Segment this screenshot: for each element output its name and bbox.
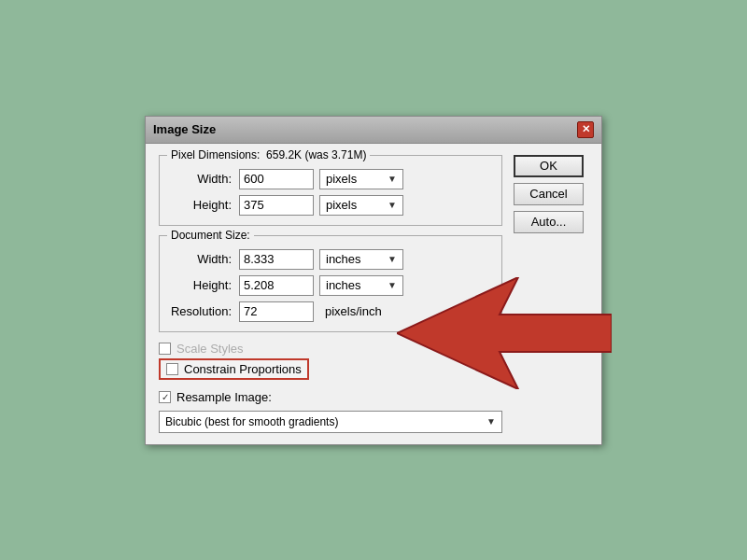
resolution-row: Resolution: pixels/inch bbox=[169, 301, 492, 322]
resample-image-label: Resample Image: bbox=[176, 390, 272, 404]
dropdown-arrow-icon: ▼ bbox=[388, 200, 397, 210]
scale-styles-label: Scale Styles bbox=[176, 342, 244, 356]
pixel-height-row: Height: pixels ▼ bbox=[169, 195, 492, 216]
ok-button[interactable]: OK bbox=[514, 155, 584, 177]
title-bar: Image Size ✕ bbox=[146, 117, 601, 144]
dialog-left-column: Pixel Dimensions: 659.2K (was 3.71M) Wid… bbox=[159, 155, 502, 433]
dropdown-arrow-icon: ▼ bbox=[388, 254, 397, 264]
pixel-dimensions-title: Pixel Dimensions: 659.2K (was 3.71M) bbox=[167, 148, 370, 161]
constrain-proportions-label: Constrain Proportions bbox=[184, 362, 302, 376]
dialog-right-column: OK Cancel Auto... bbox=[514, 155, 588, 433]
resample-image-row: Resample Image: bbox=[159, 388, 502, 406]
constrain-proportions-checkbox[interactable] bbox=[166, 363, 178, 375]
document-size-group: Document Size: Width: inches ▼ bbox=[159, 235, 502, 332]
resolution-input[interactable] bbox=[239, 301, 314, 322]
cancel-button[interactable]: Cancel bbox=[514, 183, 584, 205]
close-button[interactable]: ✕ bbox=[577, 121, 594, 138]
resample-image-checkbox[interactable] bbox=[159, 391, 171, 403]
pixel-height-unit-select[interactable]: pixels ▼ bbox=[319, 195, 403, 216]
doc-width-input[interactable] bbox=[239, 249, 314, 270]
scale-styles-row: Scale Styles bbox=[159, 342, 502, 356]
doc-height-label: Height: bbox=[169, 278, 239, 292]
pixel-width-input[interactable] bbox=[239, 169, 314, 189]
pixel-height-input[interactable] bbox=[239, 195, 314, 216]
constrain-proportions-row: Constrain Proportions bbox=[159, 358, 309, 380]
doc-height-row: Height: inches ▼ bbox=[169, 275, 492, 296]
dropdown-arrow-icon: ▼ bbox=[486, 416, 496, 427]
resolution-label: Resolution: bbox=[169, 304, 239, 318]
doc-width-row: Width: inches ▼ bbox=[169, 249, 492, 270]
options-section: Scale Styles Constrain Proportions Resam… bbox=[159, 342, 502, 433]
doc-height-unit-select[interactable]: inches ▼ bbox=[319, 275, 403, 296]
pixel-dimensions-group: Pixel Dimensions: 659.2K (was 3.71M) Wid… bbox=[159, 155, 502, 226]
pixel-width-row: Width: pixels ▼ bbox=[169, 169, 492, 189]
scale-styles-checkbox[interactable] bbox=[159, 343, 171, 355]
resample-method-select[interactable]: Bicubic (best for smooth gradients) ▼ bbox=[159, 411, 502, 433]
dropdown-arrow-icon: ▼ bbox=[388, 174, 397, 184]
pixel-height-label: Height: bbox=[169, 198, 239, 212]
image-size-dialog: Image Size ✕ Pixel Dimensions: 659.2K (w… bbox=[145, 116, 602, 445]
document-size-title: Document Size: bbox=[167, 229, 254, 242]
resolution-unit-display: pixels/inch bbox=[319, 304, 382, 318]
dialog-body: Pixel Dimensions: 659.2K (was 3.71M) Wid… bbox=[146, 144, 601, 444]
doc-width-label: Width: bbox=[169, 252, 239, 266]
pixel-width-unit-select[interactable]: pixels ▼ bbox=[319, 169, 403, 189]
doc-width-unit-select[interactable]: inches ▼ bbox=[319, 249, 403, 270]
dropdown-arrow-icon: ▼ bbox=[388, 280, 397, 290]
dialog-title: Image Size bbox=[153, 122, 216, 136]
auto-button[interactable]: Auto... bbox=[514, 211, 584, 233]
pixel-width-label: Width: bbox=[169, 172, 239, 186]
doc-height-input[interactable] bbox=[239, 275, 314, 296]
